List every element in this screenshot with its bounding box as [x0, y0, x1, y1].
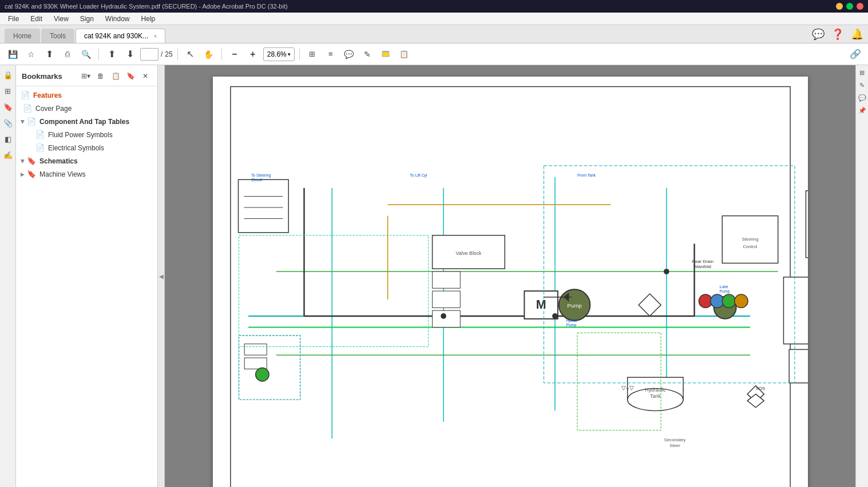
- panel-collapse-handle[interactable]: ◀: [158, 65, 165, 487]
- stamp-button[interactable]: 📋: [396, 46, 412, 62]
- svg-rect-57: [432, 310, 460, 327]
- tab-close-button[interactable]: ×: [153, 33, 157, 39]
- chat-icon[interactable]: 💬: [812, 28, 825, 41]
- page-number-input[interactable]: 7: [140, 48, 158, 61]
- svg-rect-63: [244, 358, 267, 369]
- svg-rect-2: [220, 77, 800, 487]
- layer-sidebar-icon[interactable]: ◧: [2, 133, 14, 145]
- svg-text:Steering: Steering: [742, 237, 758, 242]
- bookmarks-delete-button[interactable]: 🗑: [94, 70, 107, 82]
- bookmark-item-cover[interactable]: 📄 Cover Page: [16, 102, 157, 115]
- window-controls: [836, 3, 863, 10]
- svg-text:SOS: SOS: [755, 386, 764, 391]
- svg-text:Pump: Pump: [567, 302, 581, 309]
- pen-tool-button[interactable]: ✎: [359, 46, 375, 62]
- svg-text:M: M: [536, 298, 546, 312]
- collapse-arrow-icon: ◀: [159, 273, 164, 280]
- zoom-in-button[interactable]: +: [245, 46, 261, 62]
- tab-tools[interactable]: Tools: [41, 29, 74, 43]
- bookmark-component-icon: 📄: [27, 117, 36, 126]
- prev-page-button[interactable]: ⬆: [104, 46, 120, 62]
- search-button[interactable]: 🔍: [78, 46, 94, 62]
- svg-point-60: [663, 269, 669, 274]
- next-page-button[interactable]: ⬇: [122, 46, 138, 62]
- print-button[interactable]: ⎙: [60, 46, 76, 62]
- signature-sidebar-icon[interactable]: ✍: [2, 149, 14, 161]
- bookmark-item-electrical[interactable]: 📄 Electrical Symbols: [16, 141, 157, 154]
- zoom-out-button[interactable]: −: [227, 46, 243, 62]
- svg-text:Circuit: Circuit: [251, 178, 261, 182]
- bookmark-schematics-text: Schematics: [39, 157, 153, 165]
- tab-home[interactable]: Home: [5, 29, 40, 43]
- bookmark-schematics-icon: 🔖: [27, 157, 36, 165]
- svg-rect-66: [789, 349, 808, 382]
- menu-file[interactable]: File: [3, 14, 23, 24]
- bookmark-item-component[interactable]: ▶ 📄 Component And Tap Tables: [16, 115, 157, 128]
- bookmark-item-features[interactable]: 📄 Features: [16, 89, 157, 102]
- tab-document[interactable]: cat 924K and 930K... ×: [76, 29, 165, 43]
- bookmark-item-schematics[interactable]: ▶ 🔖 Schematics: [16, 154, 157, 167]
- pdf-page: M Pump: [213, 77, 808, 487]
- svg-text:Pump: Pump: [566, 323, 576, 328]
- notification-icon[interactable]: 🔔: [851, 28, 863, 41]
- menu-window[interactable]: Window: [101, 14, 134, 24]
- reading-mode-button[interactable]: ≡: [323, 46, 339, 62]
- bookmark-electrical-icon: 📄: [35, 143, 45, 152]
- tab-bar: Home Tools cat 924K and 930K... × 💬 ❓ 🔔: [0, 25, 868, 43]
- right-panel: ⊞ ✎ 💬 📌: [855, 65, 868, 487]
- zoom-level-selector[interactable]: 28.6% ▾: [263, 47, 295, 61]
- svg-point-58: [441, 313, 446, 319]
- bookmark-item-machine[interactable]: ▶ 🔖 Machine Views: [16, 167, 157, 181]
- bookmark-features-text: Features: [33, 91, 153, 99]
- toolbar-separator-3: [221, 49, 222, 60]
- bookmark-star-button[interactable]: ☆: [23, 46, 39, 62]
- share-link-button[interactable]: 🔗: [847, 46, 863, 62]
- comment-button[interactable]: 💬: [341, 46, 357, 62]
- menu-help[interactable]: Help: [137, 14, 160, 24]
- right-tool-2[interactable]: ✎: [857, 80, 867, 90]
- thumbnail-sidebar-icon[interactable]: ⊞: [2, 85, 14, 97]
- help-icon[interactable]: ❓: [831, 28, 844, 41]
- save-button[interactable]: 💾: [5, 46, 21, 62]
- maximize-button[interactable]: [846, 3, 853, 10]
- highlight-button[interactable]: [378, 46, 394, 62]
- svg-text:Valve Block: Valve Block: [455, 250, 482, 256]
- svg-text:To Steering: To Steering: [251, 173, 271, 178]
- hand-tool-button[interactable]: ✋: [201, 46, 217, 62]
- bookmark-sidebar-icon[interactable]: 🔖: [2, 101, 14, 113]
- lock-sidebar-icon[interactable]: 🔒: [2, 69, 14, 81]
- menu-sign[interactable]: Sign: [76, 14, 98, 24]
- close-button[interactable]: [857, 3, 863, 10]
- main-area: 🔒 ⊞ 🔖 📎 ◧ ✍ Bookmarks ⊞▾ 🗑 📋 🔖 ✕ 📄 Featu…: [0, 65, 868, 487]
- app-title: cat 924K and 930K Wheel Loader Hydraulic…: [5, 3, 288, 10]
- cursor-tool-button[interactable]: ↖: [183, 46, 199, 62]
- menu-bar: File Edit View Sign Window Help: [0, 13, 868, 25]
- attachment-sidebar-icon[interactable]: 📎: [2, 117, 14, 129]
- bookmarks-view-button[interactable]: ⊞▾: [80, 70, 92, 82]
- menu-edit[interactable]: Edit: [26, 14, 47, 24]
- bookmarks-close-button[interactable]: ✕: [139, 70, 152, 82]
- bookmarks-list: 📄 Features 📄 Cover Page ▶ 📄 Component An…: [16, 86, 157, 487]
- svg-text:Tank: Tank: [650, 393, 661, 399]
- zoom-dropdown-icon: ▾: [288, 51, 291, 57]
- svg-rect-30: [238, 179, 288, 233]
- snap-button[interactable]: ⊞: [304, 46, 320, 62]
- svg-text:Secondary: Secondary: [664, 437, 685, 442]
- minimize-button[interactable]: [836, 3, 843, 10]
- svg-rect-62: [244, 344, 267, 355]
- right-tool-1[interactable]: ⊞: [857, 67, 867, 78]
- menu-view[interactable]: View: [49, 14, 73, 24]
- bookmarks-header: Bookmarks ⊞▾ 🗑 📋 🔖 ✕: [16, 65, 157, 86]
- right-tool-4[interactable]: 📌: [857, 105, 867, 115]
- bookmarks-copy-button[interactable]: 📋: [109, 70, 122, 82]
- svg-point-25: [734, 294, 747, 308]
- svg-rect-65: [783, 277, 808, 344]
- share-upload-button[interactable]: ⬆: [41, 46, 57, 62]
- right-tool-3[interactable]: 💬: [857, 93, 867, 103]
- pdf-viewer[interactable]: M Pump: [165, 65, 855, 487]
- bookmark-item-fluid[interactable]: 📄 Fluid Power Symbols: [16, 128, 157, 141]
- bookmarks-add-button[interactable]: 🔖: [124, 70, 137, 82]
- bookmarks-panel: Bookmarks ⊞▾ 🗑 📋 🔖 ✕ 📄 Features 📄 Cover …: [16, 65, 158, 487]
- tab-bar-actions: 💬 ❓ 🔔: [812, 28, 863, 43]
- svg-point-59: [552, 313, 558, 319]
